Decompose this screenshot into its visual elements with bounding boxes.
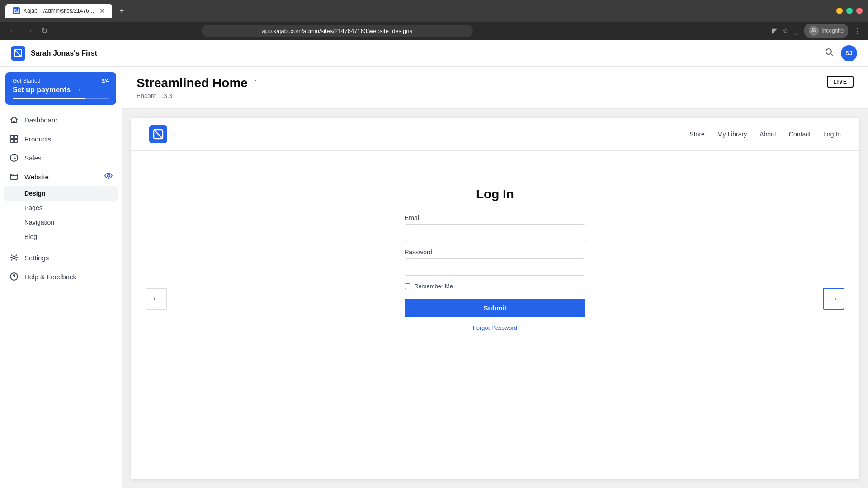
minimize-button[interactable] <box>836 8 843 14</box>
login-form-title: Log In <box>405 187 585 202</box>
sidebar-item-dashboard-label: Dashboard <box>24 116 113 124</box>
cast-button[interactable]: ◤ <box>772 27 777 35</box>
site-nav-login[interactable]: Log In <box>823 131 841 138</box>
svg-rect-5 <box>10 135 14 138</box>
get-started-banner[interactable]: Get Started 3/4 Set up payments → <box>5 72 116 105</box>
remember-me-checkbox[interactable] <box>405 283 410 289</box>
sidebar-item-website-label: Website <box>24 173 99 181</box>
site-nav: Store My Library About Contact Log In <box>689 131 841 138</box>
site-header: Store My Library About Contact Log In <box>131 118 859 151</box>
sidebar-item-settings-label: Settings <box>24 254 113 262</box>
sidebar-item-website[interactable]: Website <box>0 167 122 186</box>
header-right: SJ <box>825 45 857 61</box>
refresh-button[interactable]: ↻ <box>40 25 49 37</box>
preview-area: ← → <box>122 109 868 488</box>
submit-button[interactable]: Submit <box>405 299 585 317</box>
settings-icon <box>9 253 19 263</box>
forgot-password-link[interactable]: Forgot Password <box>405 324 585 331</box>
page-title-row: Streamlined Home ˅ <box>137 76 257 90</box>
sidebar-item-help[interactable]: Help & Feedback <box>0 267 122 286</box>
new-tab-button[interactable]: + <box>116 5 128 18</box>
page-subtitle: Encore 1.3.3 <box>137 92 257 99</box>
browser-tab[interactable]: Kajabi - /admin/sites/214764716... ✕ <box>5 4 112 18</box>
svg-point-17 <box>14 278 14 279</box>
svg-line-19 <box>154 130 163 139</box>
email-form-group: Email <box>405 214 585 241</box>
page-header: Streamlined Home ˅ Encore 1.3.3 LIVE <box>122 67 868 109</box>
maximize-button[interactable] <box>846 8 853 14</box>
sidebar-scroll: Get Started 3/4 Set up payments → <box>0 67 122 488</box>
svg-line-4 <box>831 54 833 56</box>
email-label: Email <box>405 214 585 221</box>
preview-nav-right-button[interactable]: → <box>823 288 844 310</box>
forward-button[interactable]: → <box>24 25 34 37</box>
sidebar-subitem-blog[interactable]: Blog <box>0 230 122 244</box>
user-avatar[interactable]: SJ <box>841 45 857 61</box>
sidebar: Get Started 3/4 Set up payments → <box>0 67 122 488</box>
home-icon <box>9 115 19 125</box>
password-form-group: Password <box>405 249 585 276</box>
app-logo <box>11 46 25 61</box>
right-arrow-icon: → <box>829 293 838 304</box>
get-started-title: Set up payments → <box>13 86 109 94</box>
incognito-label: Incognito <box>821 28 844 34</box>
get-started-label: Get Started <box>13 78 40 84</box>
products-icon <box>9 134 19 144</box>
site-logo-icon <box>149 125 167 143</box>
svg-point-15 <box>13 256 15 259</box>
browser-chrome: Kajabi - /admin/sites/214764716... ✕ + <box>0 0 868 22</box>
bookmark-button[interactable]: ☆ <box>783 27 789 35</box>
search-button[interactable] <box>825 47 834 59</box>
menu-button[interactable]: ⋮ <box>854 27 861 35</box>
svg-point-12 <box>11 174 12 175</box>
preview-frame: ← → <box>131 118 859 479</box>
left-arrow-icon: ← <box>152 293 161 304</box>
email-input[interactable] <box>405 224 585 241</box>
sidebar-subitem-pages[interactable]: Pages <box>0 201 122 215</box>
address-input[interactable] <box>202 25 473 37</box>
sidebar-subitem-navigation[interactable]: Navigation <box>0 215 122 230</box>
incognito-badge: Incognito <box>804 24 848 38</box>
website-preview: Store My Library About Contact Log In Lo… <box>131 118 859 479</box>
website-subitems: Design Pages Navigation Blog <box>0 186 122 244</box>
window-controls <box>836 8 863 14</box>
back-button[interactable]: ← <box>7 25 18 37</box>
sidebar-item-sales[interactable]: Sales <box>0 148 122 167</box>
website-icon <box>9 172 19 182</box>
site-nav-library[interactable]: My Library <box>717 131 747 138</box>
chevron-down-icon[interactable]: ˅ <box>253 78 257 88</box>
get-started-title-text: Set up payments <box>13 86 71 94</box>
sidebar-subitem-design[interactable]: Design <box>4 186 118 201</box>
get-started-progress-bar <box>13 98 109 99</box>
site-nav-about[interactable]: About <box>760 131 776 138</box>
main-content: Streamlined Home ˅ Encore 1.3.3 LIVE ← <box>122 67 868 488</box>
tab-title: Kajabi - /admin/sites/214764716... <box>24 8 96 14</box>
sidebar-item-help-label: Help & Feedback <box>24 273 113 281</box>
extension-button[interactable]: ⎯ <box>794 27 799 35</box>
get-started-top: Get Started 3/4 <box>13 78 109 84</box>
svg-point-13 <box>13 174 14 175</box>
svg-rect-7 <box>10 139 14 142</box>
sidebar-item-products[interactable]: Products <box>0 129 122 148</box>
address-bar: ← → ↻ ◤ ☆ ⎯ Incognito ⋮ <box>0 22 868 40</box>
tab-close-button[interactable]: ✕ <box>99 7 105 14</box>
sidebar-item-products-label: Products <box>24 135 113 143</box>
help-icon <box>9 272 19 282</box>
browser-actions: ◤ ☆ ⎯ Incognito ⋮ <box>772 24 861 38</box>
eye-icon[interactable] <box>104 172 113 182</box>
password-input[interactable] <box>405 258 585 276</box>
svg-point-3 <box>826 49 831 54</box>
app-header: Sarah Jonas's First SJ <box>0 40 868 67</box>
site-nav-store[interactable]: Store <box>689 131 704 138</box>
sidebar-item-dashboard[interactable]: Dashboard <box>0 110 122 129</box>
login-form-container: Log In Email Password <box>405 187 585 331</box>
close-button[interactable] <box>856 8 863 14</box>
sidebar-item-settings[interactable]: Settings <box>0 248 122 267</box>
preview-nav-left-button[interactable]: ← <box>146 288 167 310</box>
sidebar-bottom: Settings Help & Feedback <box>0 244 122 290</box>
site-nav-contact[interactable]: Contact <box>789 131 811 138</box>
sidebar-item-sales-label: Sales <box>24 154 113 162</box>
get-started-arrow-icon: → <box>74 86 81 94</box>
incognito-avatar <box>809 26 819 36</box>
live-badge[interactable]: LIVE <box>827 76 854 88</box>
